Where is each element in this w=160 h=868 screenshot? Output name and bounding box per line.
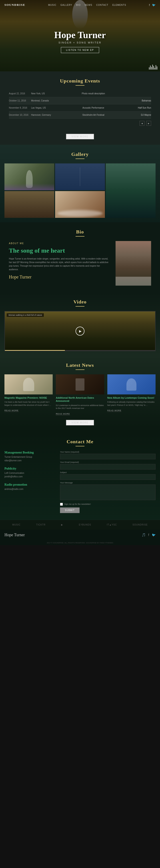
form-email-input[interactable] — [60, 464, 156, 470]
event-location: Montreal, Canada — [31, 99, 58, 102]
form-newsletter-checkbox: Sign me up for the newsletter! — [60, 503, 156, 506]
eq-bar-7 — [156, 65, 156, 69]
gallery-item[interactable] — [55, 191, 105, 218]
nav-bio[interactable]: BIO — [76, 4, 81, 6]
read-more-button-3[interactable]: READ MORE — [107, 409, 122, 412]
read-more-button-1[interactable]: READ MORE — [4, 409, 19, 412]
event-ticket: Half Sun Run — [129, 106, 151, 109]
bio-text: ABOUT ME The song of me heart Hope Turne… — [9, 241, 109, 286]
newsletter-label: Sign me up for the newsletter! — [64, 503, 91, 505]
gallery-item[interactable] — [4, 191, 54, 218]
contact-group-sub: andrea@radio.com — [4, 487, 53, 491]
event-date: December 10, 2016 — [9, 114, 31, 116]
news-section: Latest News Magnetic Magazine Premiere: … — [0, 355, 160, 432]
form-subject-field: Subject — [60, 471, 156, 480]
event-date: August 22, 2016 — [9, 92, 31, 95]
gallery-item[interactable] — [106, 163, 156, 218]
partner-play: ▶ — [61, 524, 63, 526]
contact-divider — [76, 446, 84, 446]
event-name: Photo result description — [58, 92, 129, 95]
bio-title: Bio — [9, 229, 151, 235]
nav-contact[interactable]: CONTACT — [96, 4, 109, 6]
event-date: November 8, 2016 — [9, 106, 31, 109]
eq-bar-2 — [150, 66, 151, 69]
nav-elements[interactable]: ELEMENTS — [113, 4, 126, 6]
footer-twitter-icon[interactable]: 🐦 — [152, 533, 156, 537]
nav-gallery[interactable]: GALLERY — [61, 4, 72, 6]
partner-ticktr: TICKTR — [36, 524, 46, 526]
event-ticket: Bahamas — [129, 99, 151, 102]
eq-bar-1 — [149, 67, 150, 69]
newsletter-checkbox-input[interactable] — [60, 503, 63, 506]
navigation[interactable]: SOUNDRISE MUSIC GALLERY BIO NEWS CONTACT… — [0, 0, 160, 10]
hero-cta-button[interactable]: LISTEN TO NEW EP — [61, 47, 99, 53]
contact-title: Contact Me — [4, 439, 156, 444]
eq-bar-4 — [152, 65, 153, 69]
contact-group-radio: Radio promotion andrea@radio.com — [4, 483, 53, 491]
gallery-item[interactable] — [55, 163, 105, 190]
news-card-body: I've been a die-hard music fan since my … — [4, 401, 53, 407]
eq-bar-5 — [153, 66, 154, 69]
video-progress-bar[interactable] — [5, 350, 155, 351]
bio-inner: ABOUT ME The song of me heart Hope Turne… — [9, 241, 151, 286]
news-card: New Album by Lowtempo Coming Soon! Follo… — [107, 374, 156, 415]
contact-inner: Management Booking Turner Entertainment … — [4, 451, 156, 513]
bio-headline: The song of me heart — [9, 247, 109, 254]
gallery-item[interactable] — [4, 163, 54, 190]
news-card-title: Additional North American Dates Announce… — [56, 396, 104, 403]
form-name-input[interactable] — [60, 454, 156, 459]
facebook-icon[interactable]: f — [149, 3, 150, 7]
gallery-title: Gallery — [0, 151, 160, 157]
events-view-more-button[interactable]: VIEW MORE — [66, 134, 94, 140]
form-subject-input[interactable] — [60, 474, 156, 480]
gallery-divider — [76, 158, 84, 159]
event-location: Hannover, Germany — [31, 114, 58, 116]
footer-copyright: 2017 © SOUNDRISE. ALL RIGHTS RESERVED. S… — [0, 540, 160, 545]
form-name-field: Your Name (required) — [60, 451, 156, 459]
contact-group-sub: Turner Entertainment Grouprdisr@turner.c… — [4, 455, 53, 462]
news-divider — [76, 369, 84, 370]
contact-group-publicity: Publicity Loft Communicationjsmith@loftc… — [4, 467, 53, 478]
video-player[interactable]: Woman walking in a field full of nature — [4, 311, 156, 351]
twitter-icon[interactable]: 🐦 — [152, 3, 156, 7]
form-email-field: Your Email (required) — [60, 461, 156, 470]
contact-group-title: Radio promotion — [4, 483, 53, 487]
footer-facebook-icon[interactable]: f — [148, 533, 149, 537]
gallery-section: Gallery — [0, 145, 160, 222]
events-title: Upcoming Events — [9, 78, 151, 84]
nav-news[interactable]: NEWS — [85, 4, 92, 6]
prev-button[interactable]: ◄ — [139, 121, 145, 126]
news-image-3 — [107, 374, 156, 395]
next-button[interactable]: ► — [146, 121, 151, 126]
news-title: Latest News — [4, 362, 156, 368]
bio-image — [116, 241, 151, 286]
form-email-label: Your Email (required) — [60, 461, 156, 463]
news-image-1 — [4, 374, 53, 395]
events-view-more-wrap: VIEW MORE — [0, 130, 160, 145]
table-row: October 11, 2016 Montreal, Canada Bahama… — [9, 97, 151, 104]
news-card-title: New Album by Lowtempo Coming Soon! — [107, 396, 156, 399]
table-row: November 8, 2016 Las Vegas, US Acoustic … — [9, 104, 151, 112]
event-name: Stockholm Art Festival — [58, 114, 129, 116]
video-play-button[interactable] — [76, 327, 84, 336]
video-section: Video Woman walking in a field full of n… — [0, 292, 160, 355]
partner-itmysic: IT▲YSC — [107, 524, 117, 526]
contact-group-title: Publicity — [4, 467, 53, 470]
news-card: Magnetic Magazine Premiere: NOISE I've b… — [4, 374, 53, 415]
read-more-button-2[interactable]: READ MORE — [56, 413, 70, 415]
hero-equalizer — [149, 65, 157, 69]
submit-button[interactable]: SUBMIT — [60, 507, 80, 513]
footer-soundcloud-icon[interactable]: 🎵 — [142, 533, 146, 537]
footer: Hope Turner 🎵 f 🐦 — [0, 530, 160, 540]
nav-music[interactable]: MUSIC — [48, 4, 56, 6]
news-view-more-button[interactable]: VIEW MORE — [66, 420, 94, 426]
eq-bar-8 — [157, 66, 157, 69]
video-title-bar: Woman walking in a field full of nature — [7, 313, 44, 317]
partner-eybunds: EYBUNDS — [79, 524, 91, 526]
form-subject-label: Subject — [60, 471, 156, 473]
contact-form: Your Name (required) Your Email (require… — [60, 451, 156, 513]
footer-social: 🎵 f 🐦 — [142, 533, 156, 537]
form-message-input[interactable] — [60, 485, 156, 500]
events-section: Upcoming Events August 22, 2016 New York… — [0, 71, 160, 130]
events-controls: ◄ ► — [9, 121, 151, 126]
